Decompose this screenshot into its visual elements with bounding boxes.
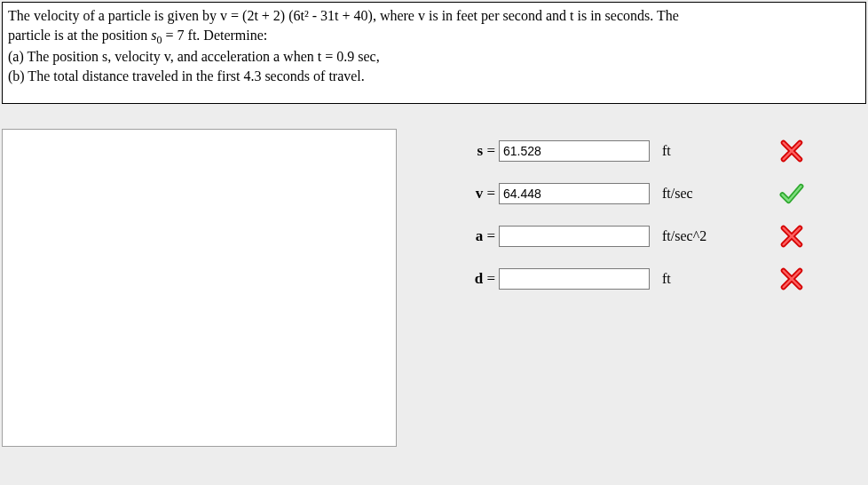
problem-line-2: particle is at the position s0 = 7 ft. D… bbox=[8, 26, 860, 47]
answer-input-v[interactable] bbox=[499, 183, 650, 204]
answer-unit-d: ft bbox=[650, 271, 730, 287]
answer-row-d: d = ft bbox=[459, 266, 850, 292]
answers-panel: s = ft v = ft/sec a = ft/sec^2 d = bbox=[397, 129, 868, 447]
problem-line-1: The velocity of a particle is given by v… bbox=[8, 6, 860, 26]
answer-label-a: a = bbox=[459, 227, 499, 245]
correct-icon bbox=[774, 181, 809, 206]
answer-unit-v: ft/sec bbox=[650, 186, 730, 202]
answer-unit-a: ft/sec^2 bbox=[650, 228, 730, 244]
answer-row-a: a = ft/sec^2 bbox=[459, 223, 850, 250]
answer-label-d: d = bbox=[459, 270, 499, 288]
answer-input-a[interactable] bbox=[499, 226, 650, 247]
wrong-icon bbox=[774, 224, 809, 249]
wrong-icon bbox=[774, 266, 809, 291]
answer-row-s: s = ft bbox=[459, 138, 850, 164]
problem-line-3: (a) The position s, velocity v, and acce… bbox=[8, 47, 860, 67]
scratch-panel bbox=[2, 129, 397, 447]
answer-label-s: s = bbox=[459, 142, 499, 160]
answer-input-s[interactable] bbox=[499, 140, 650, 162]
lower-area: s = ft v = ft/sec a = ft/sec^2 d = bbox=[0, 129, 868, 447]
answer-input-d[interactable] bbox=[499, 268, 650, 290]
wrong-icon bbox=[774, 139, 809, 163]
problem-line-4: (b) The total distance traveled in the f… bbox=[8, 67, 860, 86]
answer-row-v: v = ft/sec bbox=[459, 180, 850, 207]
answer-unit-s: ft bbox=[650, 143, 730, 159]
problem-statement: The velocity of a particle is given by v… bbox=[2, 2, 866, 104]
answer-label-v: v = bbox=[459, 185, 499, 203]
